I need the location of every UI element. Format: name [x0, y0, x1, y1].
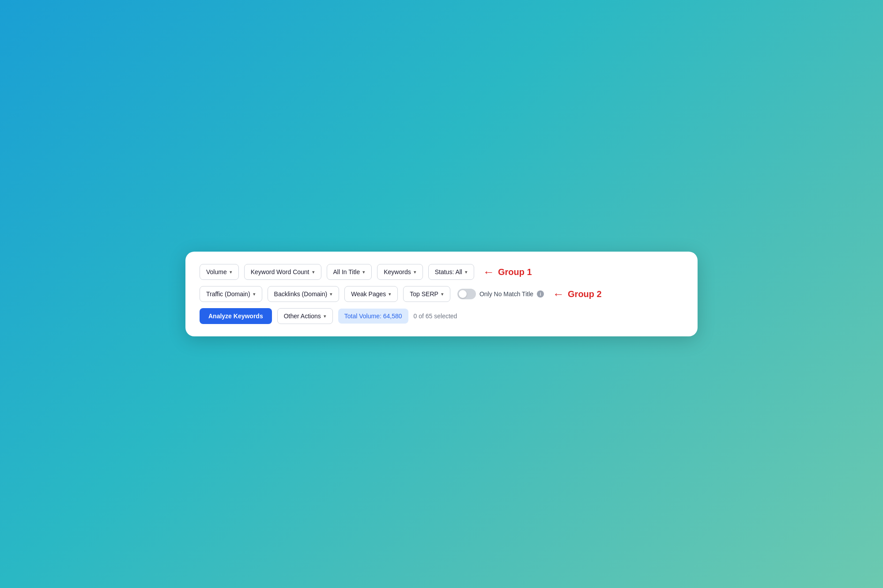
group1-label: Group 1: [498, 267, 532, 277]
no-match-title-toggle-area: Only No Match Title i: [457, 289, 544, 299]
chevron-down-icon: ▾: [389, 291, 391, 297]
traffic-domain-dropdown[interactable]: Traffic (Domain) ▾: [200, 286, 262, 302]
selected-count-text: 0 of 65 selected: [414, 313, 457, 320]
weak-pages-dropdown[interactable]: Weak Pages ▾: [344, 286, 398, 302]
group2-arrow-icon: ←: [553, 287, 564, 301]
top-serp-dropdown[interactable]: Top SERP ▾: [403, 286, 450, 302]
chevron-down-icon: ▾: [330, 291, 332, 297]
chevron-down-icon: ▾: [253, 291, 256, 297]
backlinks-domain-dropdown[interactable]: Backlinks (Domain) ▾: [268, 286, 340, 302]
status-all-dropdown[interactable]: Status: All ▾: [428, 264, 474, 280]
filter-panel: Volume ▾ Keyword Word Count ▾ All In Tit…: [185, 252, 698, 336]
chevron-down-icon: ▾: [230, 269, 232, 275]
keyword-word-count-dropdown[interactable]: Keyword Word Count ▾: [244, 264, 321, 280]
chevron-down-icon: ▾: [312, 269, 315, 275]
keywords-dropdown[interactable]: Keywords ▾: [377, 264, 423, 280]
chevron-down-icon: ▾: [465, 269, 468, 275]
no-match-title-toggle[interactable]: [457, 289, 476, 299]
chevron-down-icon: ▾: [324, 313, 326, 319]
group2-label: Group 2: [568, 289, 602, 299]
toggle-label: Only No Match Title: [479, 290, 533, 298]
group1-arrow-icon: ←: [483, 265, 494, 279]
info-icon[interactable]: i: [537, 290, 544, 298]
other-actions-dropdown[interactable]: Other Actions ▾: [277, 308, 333, 324]
filter-row-1: Volume ▾ Keyword Word Count ▾ All In Tit…: [200, 264, 683, 280]
total-volume-badge: Total Volume: 64,580: [338, 309, 408, 324]
chevron-down-icon: ▾: [414, 269, 416, 275]
analyze-keywords-button[interactable]: Analyze Keywords: [200, 308, 272, 324]
filter-row-2: Traffic (Domain) ▾ Backlinks (Domain) ▾ …: [200, 286, 683, 302]
chevron-down-icon: ▾: [362, 269, 365, 275]
all-in-title-dropdown[interactable]: All In Title ▾: [327, 264, 372, 280]
chevron-down-icon: ▾: [441, 291, 444, 297]
volume-dropdown[interactable]: Volume ▾: [200, 264, 239, 280]
action-row: Analyze Keywords Other Actions ▾ Total V…: [200, 308, 683, 324]
